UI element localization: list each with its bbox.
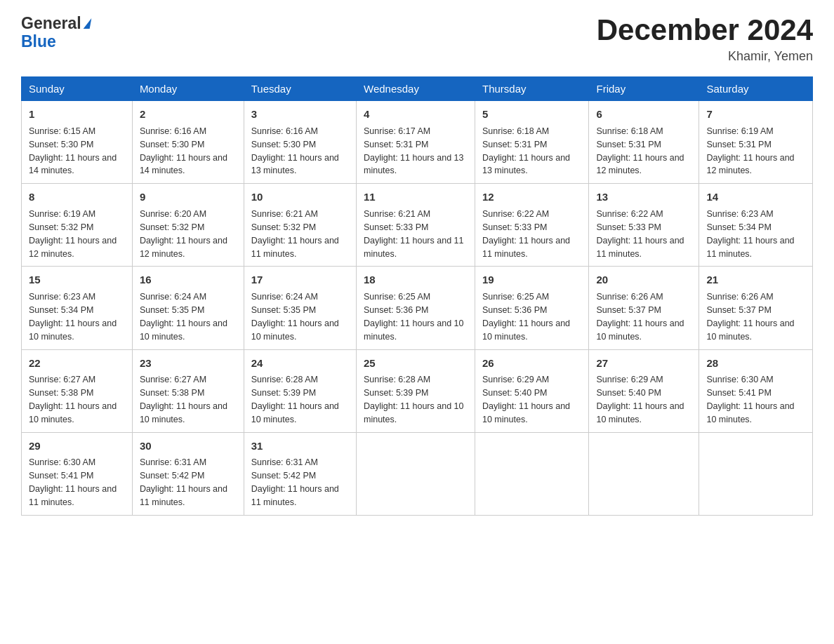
calendar-day-cell: 11 Sunrise: 6:21 AMSunset: 5:33 PMDaylig… bbox=[357, 184, 475, 267]
calendar-day-cell: 2 Sunrise: 6:16 AMSunset: 5:30 PMDayligh… bbox=[132, 101, 244, 184]
logo: General Blue bbox=[21, 14, 91, 51]
calendar-week-row: 8 Sunrise: 6:19 AMSunset: 5:32 PMDayligh… bbox=[22, 184, 813, 267]
calendar-day-cell: 13 Sunrise: 6:22 AMSunset: 5:33 PMDaylig… bbox=[589, 184, 699, 267]
calendar-week-row: 1 Sunrise: 6:15 AMSunset: 5:30 PMDayligh… bbox=[22, 101, 813, 184]
day-info: Sunrise: 6:27 AMSunset: 5:38 PMDaylight:… bbox=[140, 375, 227, 424]
calendar-day-cell bbox=[589, 432, 699, 515]
day-number: 27 bbox=[596, 356, 691, 371]
day-info: Sunrise: 6:31 AMSunset: 5:42 PMDaylight:… bbox=[140, 457, 227, 507]
day-info: Sunrise: 6:26 AMSunset: 5:37 PMDaylight:… bbox=[596, 292, 684, 342]
day-number: 24 bbox=[251, 356, 349, 371]
day-info: Sunrise: 6:18 AMSunset: 5:31 PMDaylight:… bbox=[596, 126, 684, 176]
page-header: General Blue December 2024 Khamir, Yemen bbox=[21, 14, 813, 64]
header-monday: Monday bbox=[132, 77, 244, 101]
calendar-day-cell: 9 Sunrise: 6:20 AMSunset: 5:32 PMDayligh… bbox=[132, 184, 244, 267]
day-info: Sunrise: 6:29 AMSunset: 5:40 PMDaylight:… bbox=[482, 375, 570, 424]
day-number: 23 bbox=[140, 356, 237, 371]
day-info: Sunrise: 6:28 AMSunset: 5:39 PMDaylight:… bbox=[364, 375, 463, 424]
day-info: Sunrise: 6:23 AMSunset: 5:34 PMDaylight:… bbox=[706, 209, 794, 259]
day-number: 1 bbox=[29, 107, 125, 122]
day-number: 6 bbox=[596, 107, 691, 122]
calendar-day-cell: 16 Sunrise: 6:24 AMSunset: 5:35 PMDaylig… bbox=[132, 267, 244, 349]
calendar-day-cell bbox=[699, 432, 813, 515]
header-thursday: Thursday bbox=[475, 77, 588, 101]
day-info: Sunrise: 6:25 AMSunset: 5:36 PMDaylight:… bbox=[364, 292, 463, 342]
title-block: December 2024 Khamir, Yemen bbox=[597, 14, 813, 64]
day-number: 28 bbox=[706, 356, 805, 371]
day-info: Sunrise: 6:29 AMSunset: 5:40 PMDaylight:… bbox=[596, 375, 684, 424]
calendar-day-cell: 19 Sunrise: 6:25 AMSunset: 5:36 PMDaylig… bbox=[475, 267, 588, 349]
day-info: Sunrise: 6:21 AMSunset: 5:32 PMDaylight:… bbox=[251, 209, 339, 259]
day-info: Sunrise: 6:19 AMSunset: 5:31 PMDaylight:… bbox=[706, 126, 794, 176]
location: Khamir, Yemen bbox=[597, 49, 813, 64]
day-number: 4 bbox=[364, 107, 468, 122]
calendar-day-cell: 4 Sunrise: 6:17 AMSunset: 5:31 PMDayligh… bbox=[357, 101, 475, 184]
day-info: Sunrise: 6:30 AMSunset: 5:41 PMDaylight:… bbox=[29, 457, 117, 507]
calendar-table: SundayMondayTuesdayWednesdayThursdayFrid… bbox=[21, 76, 813, 516]
day-number: 14 bbox=[706, 189, 805, 205]
day-info: Sunrise: 6:18 AMSunset: 5:31 PMDaylight:… bbox=[482, 126, 570, 176]
day-number: 26 bbox=[482, 356, 581, 371]
day-info: Sunrise: 6:26 AMSunset: 5:37 PMDaylight:… bbox=[706, 292, 794, 342]
calendar-day-cell: 30 Sunrise: 6:31 AMSunset: 5:42 PMDaylig… bbox=[132, 432, 244, 515]
header-wednesday: Wednesday bbox=[357, 77, 475, 101]
calendar-day-cell: 1 Sunrise: 6:15 AMSunset: 5:30 PMDayligh… bbox=[22, 101, 133, 184]
day-info: Sunrise: 6:30 AMSunset: 5:41 PMDaylight:… bbox=[706, 375, 794, 424]
calendar-day-cell: 12 Sunrise: 6:22 AMSunset: 5:33 PMDaylig… bbox=[475, 184, 588, 267]
day-number: 16 bbox=[140, 272, 237, 288]
calendar-day-cell: 26 Sunrise: 6:29 AMSunset: 5:40 PMDaylig… bbox=[475, 349, 588, 432]
day-number: 9 bbox=[140, 189, 237, 205]
day-number: 15 bbox=[29, 272, 125, 288]
calendar-day-cell: 6 Sunrise: 6:18 AMSunset: 5:31 PMDayligh… bbox=[589, 101, 699, 184]
calendar-day-cell: 8 Sunrise: 6:19 AMSunset: 5:32 PMDayligh… bbox=[22, 184, 133, 267]
calendar-day-cell: 25 Sunrise: 6:28 AMSunset: 5:39 PMDaylig… bbox=[357, 349, 475, 432]
day-info: Sunrise: 6:23 AMSunset: 5:34 PMDaylight:… bbox=[29, 292, 117, 342]
day-info: Sunrise: 6:19 AMSunset: 5:32 PMDaylight:… bbox=[29, 209, 117, 259]
day-info: Sunrise: 6:22 AMSunset: 5:33 PMDaylight:… bbox=[596, 209, 684, 259]
header-sunday: Sunday bbox=[22, 77, 133, 101]
calendar-day-cell: 14 Sunrise: 6:23 AMSunset: 5:34 PMDaylig… bbox=[699, 184, 813, 267]
day-number: 11 bbox=[364, 189, 468, 205]
day-number: 8 bbox=[29, 189, 125, 205]
logo-blue: Blue bbox=[21, 32, 91, 51]
calendar-day-cell: 21 Sunrise: 6:26 AMSunset: 5:37 PMDaylig… bbox=[699, 267, 813, 349]
day-number: 29 bbox=[29, 438, 125, 454]
day-info: Sunrise: 6:21 AMSunset: 5:33 PMDaylight:… bbox=[364, 209, 463, 259]
day-info: Sunrise: 6:28 AMSunset: 5:39 PMDaylight:… bbox=[251, 375, 339, 424]
calendar-day-cell: 31 Sunrise: 6:31 AMSunset: 5:42 PMDaylig… bbox=[244, 432, 356, 515]
day-info: Sunrise: 6:24 AMSunset: 5:35 PMDaylight:… bbox=[140, 292, 227, 342]
day-number: 20 bbox=[596, 272, 691, 288]
page-title: December 2024 bbox=[597, 14, 813, 46]
calendar-day-cell: 20 Sunrise: 6:26 AMSunset: 5:37 PMDaylig… bbox=[589, 267, 699, 349]
logo-general: General bbox=[21, 14, 91, 32]
calendar-day-cell: 18 Sunrise: 6:25 AMSunset: 5:36 PMDaylig… bbox=[357, 267, 475, 349]
header-tuesday: Tuesday bbox=[244, 77, 356, 101]
day-number: 17 bbox=[251, 272, 349, 288]
day-info: Sunrise: 6:17 AMSunset: 5:31 PMDaylight:… bbox=[364, 126, 463, 176]
calendar-day-cell bbox=[357, 432, 475, 515]
day-info: Sunrise: 6:15 AMSunset: 5:30 PMDaylight:… bbox=[29, 126, 117, 176]
calendar-day-cell: 17 Sunrise: 6:24 AMSunset: 5:35 PMDaylig… bbox=[244, 267, 356, 349]
calendar-week-row: 22 Sunrise: 6:27 AMSunset: 5:38 PMDaylig… bbox=[22, 349, 813, 432]
day-number: 2 bbox=[140, 107, 237, 122]
day-info: Sunrise: 6:27 AMSunset: 5:38 PMDaylight:… bbox=[29, 375, 117, 424]
header-saturday: Saturday bbox=[699, 77, 813, 101]
calendar-day-cell: 15 Sunrise: 6:23 AMSunset: 5:34 PMDaylig… bbox=[22, 267, 133, 349]
day-number: 25 bbox=[364, 356, 468, 371]
day-info: Sunrise: 6:24 AMSunset: 5:35 PMDaylight:… bbox=[251, 292, 339, 342]
header-friday: Friday bbox=[589, 77, 699, 101]
calendar-day-cell: 24 Sunrise: 6:28 AMSunset: 5:39 PMDaylig… bbox=[244, 349, 356, 432]
day-info: Sunrise: 6:20 AMSunset: 5:32 PMDaylight:… bbox=[140, 209, 227, 259]
day-info: Sunrise: 6:16 AMSunset: 5:30 PMDaylight:… bbox=[251, 126, 339, 176]
calendar-day-cell: 3 Sunrise: 6:16 AMSunset: 5:30 PMDayligh… bbox=[244, 101, 356, 184]
calendar-day-cell bbox=[475, 432, 588, 515]
calendar-day-cell: 22 Sunrise: 6:27 AMSunset: 5:38 PMDaylig… bbox=[22, 349, 133, 432]
day-info: Sunrise: 6:25 AMSunset: 5:36 PMDaylight:… bbox=[482, 292, 570, 342]
day-number: 22 bbox=[29, 356, 125, 371]
day-number: 30 bbox=[140, 438, 237, 454]
calendar-day-cell: 23 Sunrise: 6:27 AMSunset: 5:38 PMDaylig… bbox=[132, 349, 244, 432]
calendar-week-row: 15 Sunrise: 6:23 AMSunset: 5:34 PMDaylig… bbox=[22, 267, 813, 349]
day-number: 3 bbox=[251, 107, 349, 122]
calendar-day-cell: 7 Sunrise: 6:19 AMSunset: 5:31 PMDayligh… bbox=[699, 101, 813, 184]
calendar-day-cell: 28 Sunrise: 6:30 AMSunset: 5:41 PMDaylig… bbox=[699, 349, 813, 432]
